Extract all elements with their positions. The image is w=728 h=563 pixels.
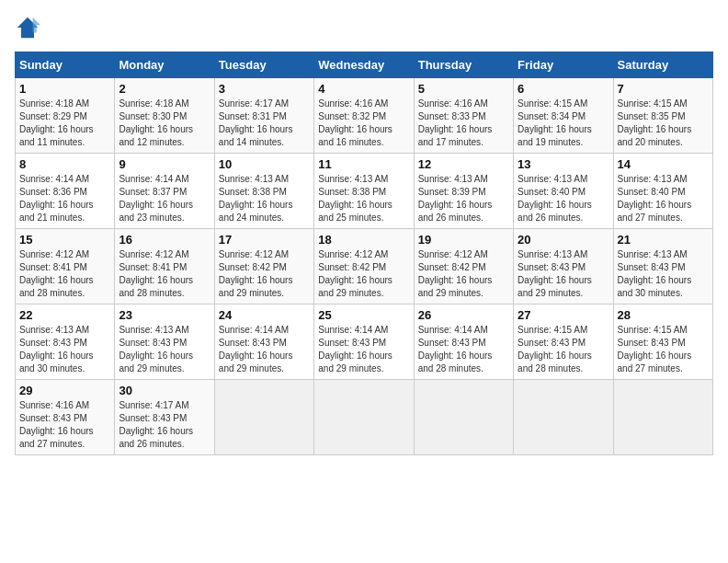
day-number: 25 bbox=[318, 308, 409, 322]
column-header-monday: Monday bbox=[115, 52, 214, 78]
day-number: 29 bbox=[19, 384, 110, 397]
calendar-cell-5-3 bbox=[214, 380, 313, 455]
calendar-cell-4-4: 25Sunrise: 4:14 AM Sunset: 8:43 PM Dayli… bbox=[314, 304, 414, 380]
calendar-cell-5-1: 29Sunrise: 4:16 AM Sunset: 8:43 PM Dayli… bbox=[16, 380, 115, 455]
calendar-week-5: 29Sunrise: 4:16 AM Sunset: 8:43 PM Dayli… bbox=[16, 380, 713, 455]
column-header-saturday: Saturday bbox=[613, 52, 712, 78]
calendar-cell-1-6: 6Sunrise: 4:15 AM Sunset: 8:34 PM Daylig… bbox=[514, 78, 613, 154]
day-number: 2 bbox=[119, 82, 210, 96]
day-info: Sunrise: 4:15 AM Sunset: 8:43 PM Dayligh… bbox=[518, 324, 609, 375]
calendar-cell-2-7: 14Sunrise: 4:13 AM Sunset: 8:40 PM Dayli… bbox=[613, 154, 712, 229]
calendar-cell-1-5: 5Sunrise: 4:16 AM Sunset: 8:33 PM Daylig… bbox=[414, 78, 513, 154]
logo bbox=[15, 15, 44, 40]
calendar-cell-3-1: 15Sunrise: 4:12 AM Sunset: 8:41 PM Dayli… bbox=[16, 229, 115, 304]
calendar-cell-3-3: 17Sunrise: 4:12 AM Sunset: 8:42 PM Dayli… bbox=[214, 229, 313, 304]
calendar-cell-3-5: 19Sunrise: 4:12 AM Sunset: 8:42 PM Dayli… bbox=[414, 229, 513, 304]
day-number: 11 bbox=[318, 157, 409, 171]
day-info: Sunrise: 4:18 AM Sunset: 8:30 PM Dayligh… bbox=[119, 98, 210, 149]
column-header-wednesday: Wednesday bbox=[314, 52, 414, 78]
day-info: Sunrise: 4:16 AM Sunset: 8:32 PM Dayligh… bbox=[318, 98, 409, 149]
calendar-cell-1-2: 2Sunrise: 4:18 AM Sunset: 8:30 PM Daylig… bbox=[115, 78, 214, 154]
day-number: 19 bbox=[418, 233, 509, 247]
day-info: Sunrise: 4:13 AM Sunset: 8:40 PM Dayligh… bbox=[518, 173, 609, 224]
day-info: Sunrise: 4:14 AM Sunset: 8:43 PM Dayligh… bbox=[219, 324, 310, 375]
calendar-week-1: 1Sunrise: 4:18 AM Sunset: 8:29 PM Daylig… bbox=[16, 78, 713, 154]
calendar-cell-4-7: 28Sunrise: 4:15 AM Sunset: 8:43 PM Dayli… bbox=[613, 304, 712, 380]
day-info: Sunrise: 4:13 AM Sunset: 8:43 PM Dayligh… bbox=[119, 324, 210, 375]
day-info: Sunrise: 4:14 AM Sunset: 8:36 PM Dayligh… bbox=[19, 173, 110, 224]
calendar-cell-4-2: 23Sunrise: 4:13 AM Sunset: 8:43 PM Dayli… bbox=[115, 304, 214, 380]
column-header-friday: Friday bbox=[514, 52, 613, 78]
day-number: 18 bbox=[318, 233, 409, 247]
calendar-cell-3-6: 20Sunrise: 4:13 AM Sunset: 8:43 PM Dayli… bbox=[514, 229, 613, 304]
calendar-cell-5-5 bbox=[414, 380, 513, 455]
calendar-cell-3-2: 16Sunrise: 4:12 AM Sunset: 8:41 PM Dayli… bbox=[115, 229, 214, 304]
day-number: 9 bbox=[119, 157, 210, 171]
calendar-cell-3-7: 21Sunrise: 4:13 AM Sunset: 8:43 PM Dayli… bbox=[613, 229, 712, 304]
calendar-cell-3-4: 18Sunrise: 4:12 AM Sunset: 8:42 PM Dayli… bbox=[314, 229, 414, 304]
calendar-cell-5-6 bbox=[514, 380, 613, 455]
day-info: Sunrise: 4:15 AM Sunset: 8:43 PM Dayligh… bbox=[618, 324, 709, 375]
calendar-cell-4-1: 22Sunrise: 4:13 AM Sunset: 8:43 PM Dayli… bbox=[16, 304, 115, 380]
day-number: 10 bbox=[219, 157, 310, 171]
day-number: 5 bbox=[418, 82, 509, 96]
day-info: Sunrise: 4:12 AM Sunset: 8:42 PM Dayligh… bbox=[318, 248, 409, 300]
calendar-cell-4-6: 27Sunrise: 4:15 AM Sunset: 8:43 PM Dayli… bbox=[514, 304, 613, 380]
day-info: Sunrise: 4:12 AM Sunset: 8:41 PM Dayligh… bbox=[19, 248, 110, 300]
calendar-week-2: 8Sunrise: 4:14 AM Sunset: 8:36 PM Daylig… bbox=[16, 154, 713, 229]
day-number: 28 bbox=[618, 308, 709, 322]
day-info: Sunrise: 4:17 AM Sunset: 8:43 PM Dayligh… bbox=[119, 399, 210, 451]
day-number: 14 bbox=[618, 157, 709, 171]
day-info: Sunrise: 4:13 AM Sunset: 8:43 PM Dayligh… bbox=[518, 248, 609, 300]
day-info: Sunrise: 4:12 AM Sunset: 8:41 PM Dayligh… bbox=[119, 248, 210, 300]
day-number: 3 bbox=[219, 82, 310, 96]
day-number: 24 bbox=[219, 308, 310, 322]
day-info: Sunrise: 4:13 AM Sunset: 8:38 PM Dayligh… bbox=[318, 173, 409, 224]
calendar-cell-1-1: 1Sunrise: 4:18 AM Sunset: 8:29 PM Daylig… bbox=[16, 78, 115, 154]
calendar-cell-1-7: 7Sunrise: 4:15 AM Sunset: 8:35 PM Daylig… bbox=[613, 78, 712, 154]
day-number: 30 bbox=[119, 384, 210, 397]
calendar-cell-2-2: 9Sunrise: 4:14 AM Sunset: 8:37 PM Daylig… bbox=[115, 154, 214, 229]
calendar-cell-5-4 bbox=[314, 380, 414, 455]
calendar-cell-4-3: 24Sunrise: 4:14 AM Sunset: 8:43 PM Dayli… bbox=[214, 304, 313, 380]
day-number: 21 bbox=[618, 233, 709, 247]
day-info: Sunrise: 4:18 AM Sunset: 8:29 PM Dayligh… bbox=[19, 98, 110, 149]
day-info: Sunrise: 4:15 AM Sunset: 8:34 PM Dayligh… bbox=[518, 98, 609, 149]
calendar-cell-1-4: 4Sunrise: 4:16 AM Sunset: 8:32 PM Daylig… bbox=[314, 78, 414, 154]
calendar-cell-4-5: 26Sunrise: 4:14 AM Sunset: 8:43 PM Dayli… bbox=[414, 304, 513, 380]
day-info: Sunrise: 4:13 AM Sunset: 8:39 PM Dayligh… bbox=[418, 173, 509, 224]
calendar-table: SundayMondayTuesdayWednesdayThursdayFrid… bbox=[15, 52, 713, 455]
column-header-thursday: Thursday bbox=[414, 52, 513, 78]
day-number: 23 bbox=[119, 308, 210, 322]
day-number: 22 bbox=[19, 308, 110, 322]
day-info: Sunrise: 4:13 AM Sunset: 8:40 PM Dayligh… bbox=[618, 173, 709, 224]
page-header bbox=[15, 15, 713, 40]
calendar-cell-2-6: 13Sunrise: 4:13 AM Sunset: 8:40 PM Dayli… bbox=[514, 154, 613, 229]
day-number: 6 bbox=[518, 82, 609, 96]
day-info: Sunrise: 4:14 AM Sunset: 8:43 PM Dayligh… bbox=[418, 324, 509, 375]
column-header-sunday: Sunday bbox=[16, 52, 115, 78]
day-number: 16 bbox=[119, 233, 210, 247]
calendar-cell-5-2: 30Sunrise: 4:17 AM Sunset: 8:43 PM Dayli… bbox=[115, 380, 214, 455]
day-info: Sunrise: 4:13 AM Sunset: 8:38 PM Dayligh… bbox=[219, 173, 310, 224]
calendar-header-row: SundayMondayTuesdayWednesdayThursdayFrid… bbox=[16, 52, 713, 78]
calendar-cell-2-1: 8Sunrise: 4:14 AM Sunset: 8:36 PM Daylig… bbox=[16, 154, 115, 229]
day-number: 27 bbox=[518, 308, 609, 322]
column-header-tuesday: Tuesday bbox=[214, 52, 313, 78]
day-info: Sunrise: 4:14 AM Sunset: 8:37 PM Dayligh… bbox=[119, 173, 210, 224]
day-info: Sunrise: 4:12 AM Sunset: 8:42 PM Dayligh… bbox=[418, 248, 509, 300]
day-number: 12 bbox=[418, 157, 509, 171]
day-number: 8 bbox=[19, 157, 110, 171]
day-info: Sunrise: 4:16 AM Sunset: 8:43 PM Dayligh… bbox=[19, 399, 110, 451]
logo-icon bbox=[15, 15, 40, 40]
calendar-week-4: 22Sunrise: 4:13 AM Sunset: 8:43 PM Dayli… bbox=[16, 304, 713, 380]
svg-marker-1 bbox=[33, 17, 40, 33]
calendar-cell-2-5: 12Sunrise: 4:13 AM Sunset: 8:39 PM Dayli… bbox=[414, 154, 513, 229]
calendar-cell-5-7 bbox=[613, 380, 712, 455]
day-info: Sunrise: 4:13 AM Sunset: 8:43 PM Dayligh… bbox=[618, 248, 709, 300]
day-info: Sunrise: 4:13 AM Sunset: 8:43 PM Dayligh… bbox=[19, 324, 110, 375]
calendar-cell-2-4: 11Sunrise: 4:13 AM Sunset: 8:38 PM Dayli… bbox=[314, 154, 414, 229]
day-info: Sunrise: 4:14 AM Sunset: 8:43 PM Dayligh… bbox=[318, 324, 409, 375]
calendar-cell-2-3: 10Sunrise: 4:13 AM Sunset: 8:38 PM Dayli… bbox=[214, 154, 313, 229]
day-info: Sunrise: 4:12 AM Sunset: 8:42 PM Dayligh… bbox=[219, 248, 310, 300]
